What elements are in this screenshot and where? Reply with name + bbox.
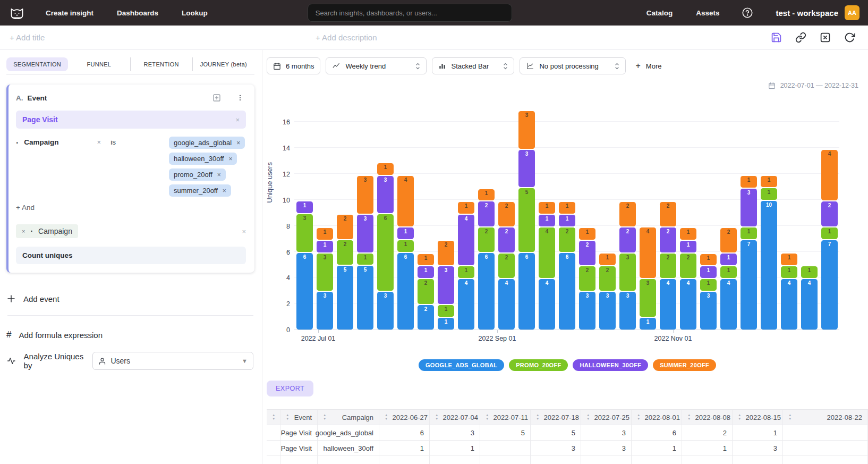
bar-segment-promo_20off[interactable]: 2 xyxy=(337,240,353,265)
bar-segment-promo_20off[interactable]: 2 xyxy=(579,266,595,291)
bar-segment-halloween_30off[interactable]: 2 xyxy=(660,227,676,252)
export-button[interactable]: EXPORT xyxy=(267,381,313,396)
bar-segment-summer_20off[interactable]: 2 xyxy=(619,202,636,226)
post-processing-select[interactable]: No post processing xyxy=(520,57,626,74)
bar-segment-halloween_30off[interactable]: 2 xyxy=(498,227,515,252)
bar-segment-summer_20off[interactable]: 4 xyxy=(640,227,656,278)
remove-value-icon[interactable]: × xyxy=(228,155,232,163)
search-input[interactable]: Search insights, dashboards, or users... xyxy=(308,4,512,22)
filter-value-tag-halloween_30off[interactable]: halloween_30off× xyxy=(169,153,237,165)
bar-segment-promo_20off[interactable]: 3 xyxy=(317,254,333,291)
bar-segment-halloween_30off[interactable]: 2 xyxy=(619,227,636,252)
save-icon[interactable] xyxy=(770,32,782,44)
tab-journey[interactable]: JOURNEY (beta) xyxy=(192,57,254,71)
add-and-filter-button[interactable]: + And xyxy=(16,204,246,212)
bar-segment-promo_20off[interactable]: 1 xyxy=(741,227,757,239)
bar-segment-halloween_30off[interactable]: 1 xyxy=(539,215,555,226)
bar-segment-summer_20off[interactable]: 3 xyxy=(357,176,373,214)
bar-segment-halloween_30off[interactable]: 2 xyxy=(821,201,838,226)
bar-segment-halloween_30off[interactable]: 3 xyxy=(518,150,535,188)
help-icon[interactable] xyxy=(742,7,753,19)
nav-item-lookup[interactable]: Lookup xyxy=(182,9,208,17)
bar-segment-promo_20off[interactable]: 1 xyxy=(458,266,474,278)
filter-property[interactable]: Campaign xyxy=(24,138,58,146)
bar-segment-google_ads_global[interactable]: 5 xyxy=(357,266,373,330)
bar-segment-google_ads_global[interactable]: 6 xyxy=(559,253,575,330)
bar-segment-google_ads_global[interactable]: 4 xyxy=(801,279,818,330)
nav-item-assets[interactable]: Assets xyxy=(696,9,719,17)
add-description-button[interactable]: + Add description xyxy=(316,33,377,42)
bar-segment-google_ads_global[interactable]: 1 xyxy=(640,318,656,330)
filter-value-tag-google_ads_global[interactable]: google_ads_global× xyxy=(169,137,245,149)
legend-pill-halloween_30off[interactable]: HALLOWEEN_30OFF xyxy=(573,359,648,371)
filter-operator[interactable]: is xyxy=(110,138,116,146)
bar-segment-summer_20off[interactable]: 1 xyxy=(418,254,434,266)
date-range-button[interactable]: 6 months xyxy=(267,57,320,74)
bar-segment-halloween_30off[interactable]: 1 xyxy=(397,227,414,239)
bar-segment-summer_20off[interactable]: 2 xyxy=(337,215,353,239)
chart-type-select[interactable]: Stacked Bar xyxy=(432,57,514,74)
bar-segment-summer_20off[interactable]: 1 xyxy=(317,228,333,240)
bar-segment-promo_20off[interactable]: 1 xyxy=(801,266,818,278)
bar-segment-halloween_30off[interactable]: 3 xyxy=(741,189,757,226)
table-header-cell[interactable]: ▲▼2022-08-22 xyxy=(783,410,868,425)
add-title-button[interactable]: + Add title xyxy=(10,33,45,42)
bar-segment-summer_20off[interactable]: 1 xyxy=(377,163,394,175)
bar-segment-promo_20off[interactable]: 3 xyxy=(619,254,636,291)
bar-segment-google_ads_global[interactable]: 10 xyxy=(761,201,777,330)
bar-segment-summer_20off[interactable]: 2 xyxy=(720,228,737,252)
bar-segment-promo_20off[interactable]: 3 xyxy=(640,279,656,317)
bar-segment-summer_20off[interactable]: 1 xyxy=(579,228,595,240)
bar-segment-halloween_30off[interactable]: 1 xyxy=(680,241,696,252)
bar-segment-summer_20off[interactable]: 1 xyxy=(781,254,797,265)
bar-segment-google_ads_global[interactable]: 4 xyxy=(720,279,737,330)
bar-segment-promo_20off[interactable]: 1 xyxy=(781,266,797,278)
bar-segment-summer_20off[interactable]: 1 xyxy=(700,254,717,266)
bar-segment-halloween_30off[interactable]: 2 xyxy=(478,201,495,226)
bar-segment-promo_20off[interactable]: 2 xyxy=(418,279,434,303)
bar-segment-promo_20off[interactable]: 2 xyxy=(660,254,676,278)
copy-link-icon[interactable] xyxy=(795,32,806,44)
legend-pill-google_ads_global[interactable]: GOOGLE_ADS_GLOBAL xyxy=(419,359,504,371)
bar-segment-summer_20off[interactable]: 3 xyxy=(518,111,535,149)
bar-segment-promo_20off[interactable]: 2 xyxy=(559,227,575,252)
bar-segment-promo_20off[interactable]: 2 xyxy=(478,227,495,252)
remove-event-icon[interactable]: × xyxy=(235,116,240,124)
refresh-icon[interactable] xyxy=(844,32,855,44)
bar-segment-google_ads_global[interactable]: 3 xyxy=(579,292,595,330)
bar-segment-summer_20off[interactable]: 1 xyxy=(458,202,474,214)
table-header-cell[interactable]: ▲▼2022-07-11 xyxy=(480,410,531,425)
add-formula-button[interactable]: # Add formula expression xyxy=(6,330,254,340)
bar-segment-halloween_30off[interactable]: 1 xyxy=(418,266,434,278)
bar-segment-summer_20off[interactable]: 1 xyxy=(741,176,757,188)
legend-pill-promo_20off[interactable]: PROMO_20OFF xyxy=(509,359,568,371)
remove-value-icon[interactable]: × xyxy=(236,139,240,147)
trend-select[interactable]: Weekly trend xyxy=(326,57,427,74)
bar-segment-google_ads_global[interactable]: 6 xyxy=(397,253,414,330)
bar-segment-summer_20off[interactable]: 1 xyxy=(478,189,495,201)
bar-segment-summer_20off[interactable]: 1 xyxy=(599,254,616,265)
bar-segment-halloween_30off[interactable]: 1 xyxy=(700,266,717,278)
legend-pill-summer_20off[interactable]: SUMMER_20OFF xyxy=(653,359,716,371)
breakdown-tag[interactable]: × · Campaign xyxy=(16,224,78,238)
bar-segment-google_ads_global[interactable]: 4 xyxy=(660,279,676,330)
bar-segment-summer_20off[interactable]: 2 xyxy=(438,241,454,265)
more-button[interactable]: + More xyxy=(635,61,661,71)
tab-retention[interactable]: RETENTION xyxy=(130,57,192,71)
table-header-cell[interactable]: ▲▼Event xyxy=(280,410,318,425)
table-header-cell[interactable]: ▲▼2022-07-25 xyxy=(581,410,632,425)
bar-segment-halloween_30off[interactable]: 1 xyxy=(559,215,575,226)
bar-segment-promo_20off[interactable]: 1 xyxy=(438,305,454,317)
bar-segment-google_ads_global[interactable]: 3 xyxy=(700,292,717,330)
bar-segment-google_ads_global[interactable]: 3 xyxy=(599,292,616,330)
bar-segment-google_ads_global[interactable]: 4 xyxy=(539,279,555,330)
table-header-cell[interactable]: ▲▼2022-07-18 xyxy=(531,410,581,425)
bar-segment-google_ads_global[interactable]: 5 xyxy=(337,266,353,330)
filter-value-tag-promo_20off[interactable]: promo_20off× xyxy=(169,168,226,181)
bar-segment-summer_20off[interactable]: 4 xyxy=(821,150,838,200)
bar-segment-promo_20off[interactable]: 2 xyxy=(680,254,696,278)
clear-breakdown-icon[interactable]: × xyxy=(242,227,246,235)
bar-segment-google_ads_global[interactable]: 6 xyxy=(478,253,495,330)
bar-segment-google_ads_global[interactable]: 4 xyxy=(781,279,797,330)
bar-segment-promo_20off[interactable]: 1 xyxy=(357,254,373,265)
